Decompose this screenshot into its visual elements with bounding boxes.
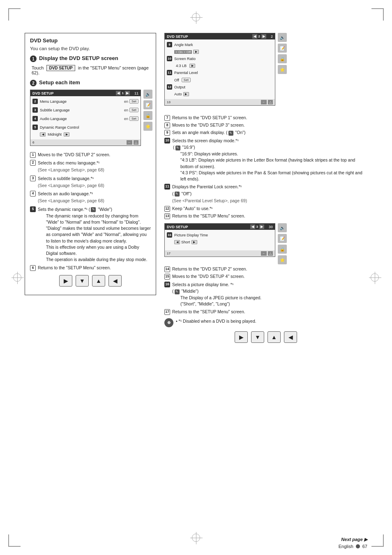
left-list-item-5: 5 Sets the dynamic range.*¹ (✎ "Wide") T… — [30, 206, 151, 263]
dvd-set-audio[interactable]: Set — [129, 116, 138, 121]
screen1-wrapper: DVD SETUP ◀ 1 ▶ 11 2 — [30, 90, 141, 149]
corner-mark-br — [371, 534, 384, 547]
dvd-rownum-9: 9 — [167, 42, 172, 47]
left-list-item-3: 3 Selects a subtitle language.*¹ (See <L… — [30, 175, 151, 189]
dvd-onoff-eq: = On = Off — [174, 50, 192, 54]
next-page-label: Next page ▶ — [339, 537, 367, 542]
right-list-item-15: 15 Moves to the "DVD SETUP 4" screen. — [164, 273, 367, 280]
dvd-screen-3: DVD SETUP ◀ 3 ▶ 30 16 Picture Display Ti… — [164, 223, 275, 257]
list-text-10: Selects the screen display mode.*¹ — [172, 138, 239, 143]
dvd-screen3-footer: 17 ← △ — [165, 250, 275, 257]
badge-5: 5 — [30, 206, 36, 212]
dvd-nav-next[interactable]: △ — [134, 140, 138, 145]
badge-4: 4 — [30, 191, 36, 197]
nav-btn-down-2[interactable]: ▼ — [251, 331, 264, 343]
corner-mark-bl — [8, 534, 21, 547]
pencil-icon-5: ✎ — [91, 207, 96, 212]
dvd-rownum-2: 2 — [32, 99, 38, 104]
step1-title: Display the DVD SETUP screen — [39, 55, 118, 61]
nav-buttons-right: ▶ ▼ ▲ ◀ — [164, 331, 367, 343]
dvd-label-audio: Audio Language — [40, 117, 124, 121]
dvd-val-menu: en — [124, 99, 128, 104]
dvd-label-subtitle: Subtitle Language — [40, 108, 124, 112]
dvd-val-output: Auto — [174, 92, 182, 96]
list-text-4-sub: (See <Language Setup>, page 68) — [38, 198, 104, 203]
screen3-wrapper: DVD SETUP ◀ 3 ▶ 30 16 Picture Display Ti… — [164, 223, 275, 260]
list-text-3: Selects a subtitle language.*¹ — [38, 176, 94, 181]
dvd-ctrl-pic-left[interactable]: ◀ — [174, 240, 180, 244]
dvd-set-parental[interactable]: Set — [182, 78, 191, 82]
dvd-row-angle: 9 Angle Mark — [167, 41, 273, 48]
dvd-side-icon-2b: 📝 — [278, 44, 287, 53]
note-text: • *¹ Disabled when a DVD is being played… — [176, 318, 256, 324]
nav-btn-up-2[interactable]: ▲ — [267, 331, 281, 343]
dvd-screen3-header: DVD SETUP ◀ 3 ▶ 30 — [165, 224, 275, 230]
pencil-icon-16: ✎ — [175, 289, 180, 294]
dvd-ctrl-pic-right[interactable]: ▶ — [191, 240, 197, 244]
nav-btn-left-2[interactable]: ◀ — [284, 331, 297, 343]
step2-title: Setup each item — [39, 79, 80, 86]
step2-heading: 2 Setup each item — [30, 79, 151, 86]
section-box: DVD Setup You can setup the DVD play. 1 … — [25, 33, 156, 295]
right-list-item-17: 17 Returns to the "SETUP Menu" screen. — [164, 309, 367, 315]
dvd-footer-num-2: 13 — [167, 100, 171, 104]
dvd-screen-2: DVD SETUP ◀ 2 ▶ 2 9 Angle Mark — [164, 33, 275, 106]
dvd-nav-prev[interactable]: ← — [127, 140, 132, 145]
dvd-row-4: 4 Audio Language en Set — [32, 115, 138, 122]
list-detail-10b: "4:3 LB": Displays wide pictures in the … — [180, 157, 367, 169]
page-footer: Next page ▶ English 67 — [339, 537, 367, 549]
badge-7: 7 — [164, 115, 170, 121]
list-text-10-sub: (✎ "16:9") — [173, 145, 195, 150]
list-text-11: Displays the Parental Lock screen.*¹ — [172, 184, 242, 189]
dvd-side-icon-2a: 🔊 — [278, 33, 287, 42]
step1-num: 1 — [30, 56, 37, 62]
nav-btn-left-arrow[interactable]: ◀ — [108, 275, 122, 287]
list-text-16: Selects a picture display time. *¹ — [172, 282, 233, 287]
badge-15: 15 — [164, 274, 170, 280]
dvd-nav2-prev[interactable]: ← — [261, 100, 267, 104]
nav-btn-right-arrow[interactable]: ▶ — [59, 275, 72, 287]
left-list-item-6: 6 Returns to the "SETUP Menu" screen. — [30, 265, 151, 271]
badge-16: 16 — [164, 282, 170, 287]
dvd-label-menu: Menu Language — [40, 99, 124, 104]
dvd-footer-nav-3: ← △ — [261, 251, 273, 256]
list-text-3-sub: (See <Language Setup>, page 68) — [38, 183, 104, 188]
dvd-row-pic: 16 Picture Display Time — [167, 231, 273, 238]
pencil-icon-10: ✎ — [175, 146, 180, 150]
dvd-side-icon-4: ⭐ — [143, 122, 152, 131]
dvd-nav3-prev[interactable]: ← — [261, 251, 267, 256]
dvd-ctrl-right[interactable]: ▶ — [64, 132, 69, 136]
left-list: 1 Moves to the "DVD SETUP 2" screen. 2 S… — [30, 152, 151, 271]
dvd-footer-num-3: 17 — [167, 252, 171, 255]
nav-btn-down-arrow[interactable]: ▼ — [76, 275, 89, 287]
right-list-bottom: 14 Returns to the "DVD SETUP 2" screen. … — [164, 266, 367, 315]
nav-btn-up-arrow[interactable]: ▲ — [92, 275, 105, 287]
dvd-nav3-next[interactable]: △ — [268, 251, 273, 256]
dvd-label-pic: Picture Display Time — [174, 233, 273, 237]
dvd-screen2-body: 9 Angle Mark = On = Off ▶ 10 Screen Rati… — [165, 39, 275, 99]
dvd-ctrl-left[interactable]: ◀ — [40, 132, 46, 136]
dvd-screen2-footer: 13 ← △ — [165, 99, 275, 105]
dvd-set-menu[interactable]: Set — [129, 99, 138, 104]
right-list-top: 7 Returns to the "DVD SETUP 1" screen. 8… — [164, 115, 367, 219]
step1-button[interactable]: DVD SETUP — [46, 65, 75, 71]
dvd-nav2-next[interactable]: △ — [268, 100, 273, 104]
list-text-16-sub: (✎ "Middle") — [172, 289, 198, 294]
badge-14: 14 — [164, 266, 170, 272]
dvd-ctrl-angle[interactable]: ▶ — [193, 50, 199, 54]
dvd-label-ratio: Screen Ratio — [174, 57, 273, 61]
step1-instruction: Touch DVD SETUP in the "SETUP Menu" scre… — [32, 65, 151, 75]
dvd-side-icon-3a: 🔊 — [278, 223, 287, 232]
dvd-set-subtitle[interactable]: Set — [129, 108, 138, 112]
dvd-side-icon-2c: 🔒 — [278, 54, 287, 63]
dvd-val-audio: en — [124, 117, 128, 121]
dvd-ctrl-ratio[interactable]: ▶ — [189, 64, 195, 68]
dvd-ctrl-output[interactable]: ▶ — [183, 92, 189, 96]
nav-btn-right-2[interactable]: ▶ — [235, 331, 248, 343]
list-text-1: Moves to the "DVD SETUP 2" screen. — [38, 152, 111, 158]
step1-touch-label: Touch — [32, 65, 44, 70]
dvd-side-icon-2d: ⭐ — [278, 65, 287, 74]
dvd-side-icons-2: 🔊 📝 🔒 ⭐ — [278, 33, 287, 74]
dvd-row-output-ctrl: Auto ▶ — [167, 92, 273, 96]
list-text-15: Moves to the "DVD SETUP 4" screen. — [172, 273, 245, 280]
